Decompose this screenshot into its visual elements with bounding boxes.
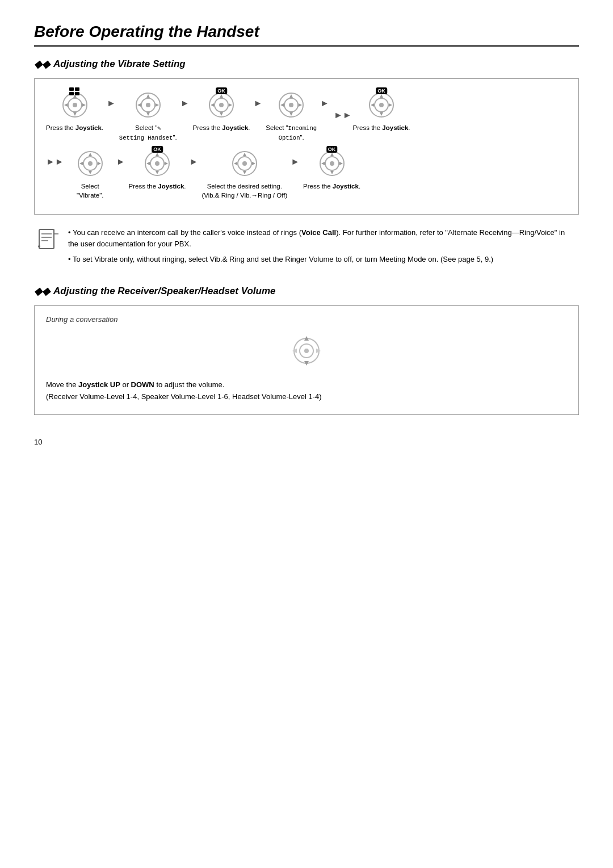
svg-marker-37 (371, 103, 374, 107)
r2-step2-icon: OK (144, 150, 171, 177)
vibrate-step-row2: ►► Select"Vibrate". ► (46, 148, 567, 200)
svg-marker-57 (243, 171, 246, 174)
step5-icon-area: OK (368, 89, 395, 121)
svg-point-20 (219, 103, 224, 107)
step1-icon (61, 91, 89, 119)
arrow5: ► (113, 157, 129, 167)
section1-title: ◆◆ Adjusting the Vibrate Setting (34, 58, 579, 70)
svg-marker-65 (321, 162, 325, 165)
arrow7: ► (287, 157, 303, 167)
step4-label: Select "IncomingOption". (266, 123, 317, 142)
svg-point-74 (304, 349, 309, 353)
svg-marker-36 (380, 112, 383, 116)
section2-title: ◆◆ Adjusting the Receiver/Speaker/Headse… (34, 285, 579, 297)
svg-point-13 (146, 103, 150, 107)
svg-rect-3 (75, 92, 79, 95)
step3: OK Press the Joystick. (193, 89, 250, 132)
svg-marker-56 (243, 153, 246, 156)
svg-marker-64 (330, 171, 334, 174)
step5-label: Press the Joystick. (353, 123, 410, 132)
step3-label: Press the Joystick. (193, 123, 250, 132)
svg-marker-58 (234, 162, 237, 165)
r2-step4-label: Press the Joystick. (303, 182, 360, 191)
svg-point-48 (155, 161, 159, 166)
step2-label: Select "✎Setting Handset". (119, 123, 177, 142)
svg-marker-16 (137, 103, 141, 107)
svg-point-6 (73, 103, 77, 107)
step3-icon-area: OK (208, 89, 235, 121)
step4: Select "IncomingOption". (266, 89, 317, 142)
ok-badge-r2-4: OK (326, 146, 338, 153)
svg-marker-10 (82, 103, 86, 107)
svg-rect-0 (69, 87, 74, 91)
page-number: 10 (34, 438, 579, 446)
step5-with-dblarrow: ►► OK (333, 89, 410, 132)
arrow6: ► (186, 157, 202, 167)
arrow1: ► (103, 98, 119, 108)
volume-text: Move the Joystick UP or DOWN to adjust t… (46, 379, 567, 403)
notes-section: You can receive an intercom call by the … (34, 227, 579, 269)
volume-diagram: During a conversation Move the Joystick … (34, 305, 579, 415)
svg-point-62 (330, 161, 334, 166)
ok-badge-5: OK (376, 87, 387, 94)
notes-text: You can receive an intercom call by the … (68, 227, 577, 269)
step5-icon: OK (368, 91, 395, 119)
svg-marker-38 (389, 103, 392, 107)
arrow2: ► (177, 98, 193, 108)
svg-marker-15 (146, 112, 150, 116)
row2-start: ►► (46, 148, 68, 167)
step3-icon: OK (208, 91, 235, 119)
vibrate-diagram: Press the Joystick. ► Select "✎Setting H… (34, 78, 579, 215)
svg-marker-8 (73, 112, 77, 116)
svg-marker-28 (289, 94, 293, 98)
r2-step4-icon: OK (318, 150, 346, 177)
svg-marker-50 (156, 171, 159, 174)
step4-icon-area (278, 89, 305, 121)
note2: To set Vibrate only, without ringing, se… (68, 254, 577, 266)
ok-badge-3: OK (216, 87, 227, 94)
svg-rect-67 (39, 229, 54, 249)
svg-marker-9 (64, 103, 68, 107)
step2-icon-area (135, 89, 162, 121)
during-conversation-label: During a conversation (46, 315, 567, 324)
svg-marker-31 (299, 103, 302, 107)
r2-step3-label: Select the desired setting.(Vib.& Ring /… (201, 182, 287, 200)
diamonds-icon-2: ◆◆ (34, 285, 50, 297)
step1: Press the Joystick. (46, 89, 103, 132)
svg-marker-17 (156, 103, 159, 107)
double-arrow-2: ►► (46, 157, 68, 167)
svg-marker-14 (146, 94, 150, 98)
svg-rect-1 (75, 87, 79, 91)
step5: OK Press the Joys (353, 89, 410, 132)
svg-marker-59 (252, 162, 255, 165)
svg-rect-2 (69, 92, 74, 95)
svg-marker-42 (89, 153, 92, 156)
volume-detail: (Receiver Volume-Level 1-4, Speaker Volu… (46, 391, 567, 403)
arrow3: ► (250, 98, 266, 108)
r2-step2-label: Press the Joystick. (129, 182, 186, 191)
note1: You can receive an intercom call by the … (68, 227, 577, 251)
step1-icon-area (61, 89, 89, 121)
r2-step1: Select"Vibrate". (68, 148, 113, 200)
svg-point-41 (88, 161, 93, 166)
svg-point-27 (289, 103, 293, 107)
step1-label: Press the Joystick. (46, 123, 103, 132)
svg-marker-43 (89, 171, 92, 174)
r2-step2-icon-area: OK (144, 148, 171, 179)
svg-point-71 (38, 245, 40, 248)
ok-badge-r2-2: OK (152, 146, 163, 153)
volume-joystick-area (46, 332, 567, 370)
note-icon (36, 228, 59, 258)
svg-marker-24 (229, 103, 232, 107)
svg-marker-29 (289, 112, 293, 116)
diamonds-icon: ◆◆ (34, 58, 50, 70)
step2: Select "✎Setting Handset". (119, 89, 177, 142)
page-title: Before Operating the Handset (34, 23, 579, 47)
volume-instruction: Move the Joystick UP or DOWN to adjust t… (46, 379, 567, 391)
svg-marker-23 (211, 103, 214, 107)
r2-step1-label: Select"Vibrate". (77, 182, 104, 200)
r2-step4-icon-area: OK (318, 148, 346, 179)
arrow4: ► (317, 98, 333, 108)
svg-marker-51 (146, 162, 150, 165)
svg-point-34 (379, 103, 384, 107)
